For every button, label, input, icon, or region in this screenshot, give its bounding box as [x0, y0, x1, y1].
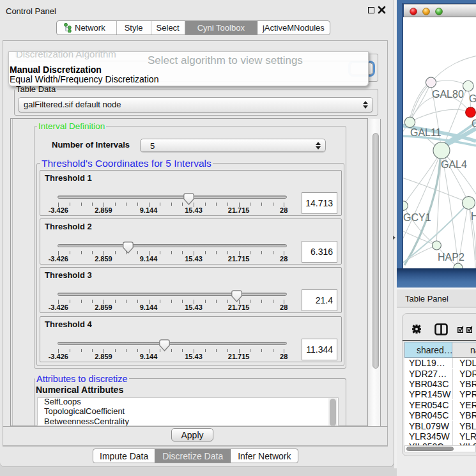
svg-text:GA: GA — [469, 93, 476, 104]
svg-text:HAP2: HAP2 — [438, 252, 464, 263]
svg-text:GAL80: GAL80 — [432, 89, 464, 100]
svg-text:C: C — [472, 118, 476, 129]
svg-text:H: H — [471, 211, 476, 222]
svg-text:GAL4: GAL4 — [441, 159, 467, 170]
svg-text:GCY1: GCY1 — [403, 212, 431, 223]
svg-text:GAL11: GAL11 — [410, 127, 441, 138]
